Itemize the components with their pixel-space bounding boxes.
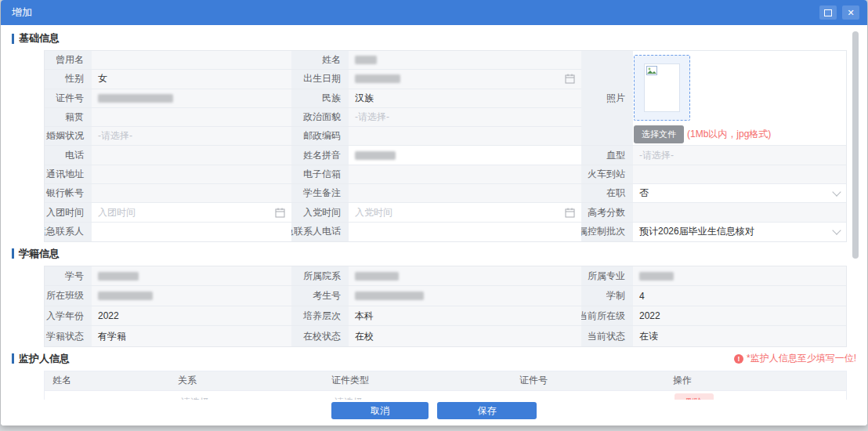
gender-label: 性别 xyxy=(45,70,92,89)
exclamation-circle-icon: ! xyxy=(734,354,743,364)
maximize-button[interactable] xyxy=(819,5,837,20)
photo-dropzone[interactable] xyxy=(634,55,690,121)
employed-label: 在职 xyxy=(581,184,633,203)
department-label: 所属院系 xyxy=(291,266,349,287)
training-level-value: 本科 xyxy=(349,306,581,327)
marital-status-label: 婚姻状况 xyxy=(45,127,92,146)
candidate-number-value xyxy=(349,286,581,306)
emergency-contact-label: 紧急联系人 xyxy=(45,223,92,241)
phone-value xyxy=(92,146,291,165)
class-value xyxy=(92,286,291,306)
native-place-label: 籍贯 xyxy=(45,108,92,127)
name-pinyin-input[interactable] xyxy=(349,146,581,165)
political-status-label: 政治面貌 xyxy=(291,108,349,127)
section-title-basic: 基础信息 xyxy=(19,31,60,45)
emergency-phone-input-cell[interactable] xyxy=(349,223,581,241)
page-backdrop: 增加 ✕ 基础信息 曾用名 姓名 照片 xyxy=(0,0,868,431)
birth-date-label: 出生日期 xyxy=(291,70,349,89)
emergency-phone-label: 紧急联系人电话 xyxy=(291,223,349,241)
bank-account-value xyxy=(92,184,291,203)
section-bar-icon xyxy=(12,353,14,364)
major-label: 所属专业 xyxy=(581,266,633,287)
native-place-value xyxy=(92,108,291,127)
major-value xyxy=(633,266,846,287)
photo-format-hint: (1Mb以内，jpg格式) xyxy=(687,128,771,141)
party-join-time-input[interactable] xyxy=(355,207,565,218)
dialog-title: 增加 xyxy=(12,5,32,20)
current-grade-value: 2022 xyxy=(633,306,846,327)
choose-file-button[interactable]: 选择文件 xyxy=(634,125,684,143)
guardian-table-header: 姓名 关系 证件类型 证件号 操作 xyxy=(45,371,846,391)
registration-status-value: 有学籍 xyxy=(92,326,291,346)
guardian-col-name: 姓名 xyxy=(45,371,170,391)
section-header-guardian: 监护人信息 ! *监护人信息至少填写一位! xyxy=(12,352,856,366)
birth-date-value xyxy=(349,70,581,89)
blood-type-select: -请选择- xyxy=(633,146,846,165)
marital-status-select: -请选择- xyxy=(92,127,291,146)
political-status-select: -请选择- xyxy=(349,108,581,127)
section-title-registration: 学籍信息 xyxy=(19,247,60,261)
dialog-titlebar: 增加 ✕ xyxy=(1,0,867,25)
registration-info-grid: 学号 所属院系 所属专业 所在班级 考生号 学制 4 入学年份 2022 培养层… xyxy=(44,266,847,347)
student-remark-label: 学生备注 xyxy=(291,184,349,203)
name-label: 姓名 xyxy=(291,51,349,70)
postal-code-label: 邮政编码 xyxy=(291,127,349,146)
close-button[interactable]: ✕ xyxy=(842,5,859,20)
calendar-icon[interactable] xyxy=(565,208,575,218)
dialog-footer: 取消 保存 xyxy=(1,400,867,426)
guardian-col-id-type: 证件类型 xyxy=(324,371,512,391)
guardian-col-action: 操作 xyxy=(665,371,846,391)
in-school-status-value: 在校 xyxy=(349,326,581,346)
party-join-time-datepicker[interactable] xyxy=(349,203,581,222)
phone-label: 电话 xyxy=(45,146,92,165)
maximize-icon xyxy=(824,9,832,16)
candidate-number-label: 考生号 xyxy=(291,286,349,306)
photo-placeholder xyxy=(644,63,680,112)
train-station-value xyxy=(633,165,846,184)
calendar-icon xyxy=(565,74,575,84)
league-join-time-datepicker[interactable] xyxy=(92,203,291,222)
emergency-contact-input[interactable] xyxy=(98,226,285,237)
emergency-contact-input-cell[interactable] xyxy=(92,223,291,241)
ethnicity-value: 汉族 xyxy=(349,89,581,108)
broken-image-icon xyxy=(646,66,657,75)
registration-status-label: 学籍状态 xyxy=(45,326,92,346)
current-grade-label: 当前所在级 xyxy=(581,306,633,327)
control-batch-label: 所属控制批次 xyxy=(581,223,633,241)
ethnicity-label: 民族 xyxy=(291,89,349,108)
redacted-name xyxy=(355,56,377,64)
chevron-down-icon xyxy=(832,226,841,234)
employed-select[interactable]: 否 xyxy=(633,184,846,203)
id-number-value xyxy=(92,89,291,108)
control-batch-select[interactable]: 预计2026届毕业生信息核对 xyxy=(633,223,846,241)
class-label: 所在班级 xyxy=(45,286,92,306)
dialog-body: 基础信息 曾用名 姓名 照片 xyxy=(1,25,867,422)
cancel-button[interactable]: 取消 xyxy=(331,402,429,419)
photo-actions: 选择文件 (1Mb以内，jpg格式) xyxy=(634,125,840,143)
name-pinyin-label: 姓名拼音 xyxy=(291,146,349,165)
league-join-time-input[interactable] xyxy=(98,207,275,218)
former-name-label: 曾用名 xyxy=(45,51,92,70)
training-level-label: 培养层次 xyxy=(291,306,349,327)
calendar-icon[interactable] xyxy=(275,208,285,218)
control-batch-selected-value: 预计2026届毕业生信息核对 xyxy=(639,225,754,238)
guardian-col-relation: 关系 xyxy=(170,371,324,391)
vertical-scrollbar[interactable] xyxy=(852,31,859,259)
current-status-value: 在读 xyxy=(633,326,846,346)
gender-value: 女 xyxy=(92,70,291,89)
train-station-label: 火车到站 xyxy=(581,165,633,184)
league-join-time-label: 入团时间 xyxy=(45,203,92,222)
basic-info-grid: 曾用名 姓名 照片 xyxy=(44,50,847,242)
student-remark-value xyxy=(349,184,581,203)
add-dialog: 增加 ✕ 基础信息 曾用名 姓名 照片 xyxy=(1,0,867,426)
redacted-department xyxy=(355,272,399,281)
save-button[interactable]: 保存 xyxy=(437,402,537,419)
emergency-phone-input[interactable] xyxy=(355,226,575,237)
enrollment-year-value: 2022 xyxy=(92,306,291,327)
redacted-id-number xyxy=(98,94,173,103)
employed-selected-value: 否 xyxy=(639,187,649,200)
photo-label: 照片 xyxy=(581,51,633,146)
window-controls: ✕ xyxy=(819,5,859,20)
section-header-registration: 学籍信息 xyxy=(12,247,856,261)
schooling-years-value: 4 xyxy=(633,286,846,306)
